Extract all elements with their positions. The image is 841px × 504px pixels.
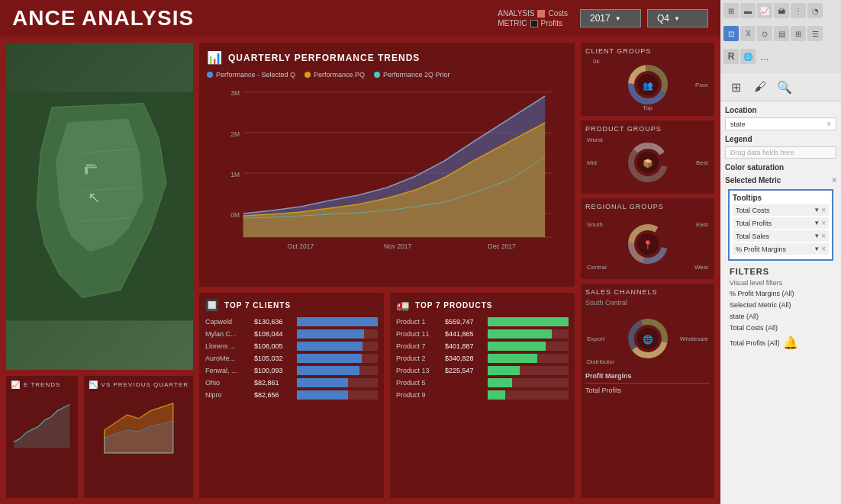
year-dropdown-arrow: ▼ xyxy=(615,15,621,22)
quarterly-icon: 📊 xyxy=(207,50,222,65)
filters-section: FILTERS Visual level filters % Profit Ma… xyxy=(725,264,836,356)
icon-slicer[interactable]: ☰ xyxy=(807,26,823,41)
quarter-dropdown-arrow: ▼ xyxy=(674,15,680,22)
tool-icons-row: ⊞ 🖌 🔍 xyxy=(720,73,841,101)
tooltip-costs-x[interactable]: × xyxy=(821,206,826,214)
clients-title: TOP 7 CLIENTS xyxy=(224,301,291,310)
icon-card[interactable]: ▤ xyxy=(774,26,789,41)
legend-yellow-label: Performance PQ xyxy=(314,71,365,79)
quarterly-legend: Performance - Selected Q Performance PQ … xyxy=(207,71,567,79)
icon-bar[interactable]: ▬ xyxy=(740,3,756,18)
icon-line[interactable]: 📈 xyxy=(757,3,772,18)
selected-metric-title: Selected Metric xyxy=(725,176,781,185)
list-item: Product 11 $441,865 xyxy=(396,329,569,339)
icon-funnel[interactable]: ⧖ xyxy=(740,26,756,41)
format-icon[interactable]: 🖌 xyxy=(749,76,771,98)
regional-groups-donut: South East Central West 📍 xyxy=(585,213,710,274)
rg-label-west: West xyxy=(694,264,708,271)
location-x[interactable]: × xyxy=(826,120,831,128)
page-title: ANCE ANALYSIS xyxy=(12,6,194,30)
svg-text:1M: 1M xyxy=(230,171,240,178)
vs-label: VS PREVIOUS QUARTER xyxy=(102,381,188,388)
filter-profit-margins[interactable]: % Profit Margins (All) xyxy=(730,289,832,298)
svg-text:📍: 📍 xyxy=(643,239,653,250)
tooltip-costs-arrow[interactable]: ▼ xyxy=(814,207,820,213)
location-title: Location xyxy=(725,106,836,114)
rg-label-east: East xyxy=(696,221,708,228)
color-sat-section: Color saturation xyxy=(725,163,836,172)
location-section: Location state × xyxy=(725,106,836,130)
icon-gauge[interactable]: ⊙ xyxy=(757,26,772,41)
tooltip-profits-arrow[interactable]: ▼ xyxy=(814,220,820,226)
year-dropdown[interactable]: 2017 ▼ xyxy=(580,9,641,27)
filter-selected-metric[interactable]: Selected Metric (All) xyxy=(730,300,832,310)
location-value-tag[interactable]: state × xyxy=(725,117,836,130)
list-item: Ohio $82,861 xyxy=(205,378,378,387)
tooltip-margin-x[interactable]: × xyxy=(821,245,826,253)
fields-icon[interactable]: ⊞ xyxy=(725,76,746,98)
sales-channels-donut: Export Wholesale Distributor 🌐 xyxy=(585,308,710,369)
svg-text:👥: 👥 xyxy=(643,80,653,91)
quarter-value: Q4 xyxy=(657,13,669,24)
trends-icon: 📈 xyxy=(11,380,21,389)
quarterly-chart: 3M 2M 1M 0M Oct 2017 Nov 2017 Dec 2017 xyxy=(207,85,567,252)
list-item: Product 13 $225,547 xyxy=(396,366,569,375)
icon-map[interactable]: ⊡ xyxy=(723,26,739,41)
icon-table[interactable]: ⊞ xyxy=(723,3,739,18)
sales-channels-panel: SALES CHANNELS South Central Export Whol… xyxy=(581,284,714,498)
pg-label-worst: Worst xyxy=(587,136,603,143)
tooltip-row-sales: Total Sales ▼ × xyxy=(733,230,829,242)
icon-globe[interactable]: 🌐 xyxy=(740,49,756,64)
clients-icon: 🔲 xyxy=(205,299,218,311)
regional-groups-panel: REGIONAL GROUPS South East Central West … xyxy=(581,198,714,279)
list-item: Product 1 $559,747 xyxy=(396,317,569,326)
list-item: Llorens ... $106,005 xyxy=(205,342,378,351)
filter-total-profits[interactable]: Total Profits (All) 🔔 xyxy=(730,335,832,351)
year-value: 2017 xyxy=(590,13,611,24)
icon-pie[interactable]: ◔ xyxy=(807,3,823,18)
icon-area[interactable]: 🏔 xyxy=(774,3,789,18)
header-controls: ANALYSIS Costs METRIC Profits 2017 ▼ Q4 xyxy=(498,9,708,27)
filter-state[interactable]: state (All) xyxy=(730,312,832,321)
legend-blue-dot xyxy=(207,72,213,78)
product-groups-panel: PRODUCT GROUPS Worst Mid Best 📦 xyxy=(581,120,714,194)
svg-text:📦: 📦 xyxy=(643,158,653,169)
list-item: Nipro $82,656 xyxy=(205,390,378,400)
sales-channels-title: SALES CHANNELS xyxy=(585,288,710,296)
tooltip-row-profits: Total Profits ▼ × xyxy=(733,217,829,229)
tooltips-section: Tooltips Total Costs ▼ × Total Profits ▼… xyxy=(728,189,833,261)
trends-label: E TRENDS xyxy=(24,381,60,388)
svg-text:Oct 2017: Oct 2017 xyxy=(288,242,314,250)
list-item: Capweld $130,636 xyxy=(205,317,378,326)
tooltip-margin-arrow[interactable]: ▼ xyxy=(814,246,820,252)
client-groups-panel: CLIENT GROUPS 0k Poor Top 👥 xyxy=(581,43,714,116)
selected-metric-x[interactable]: × xyxy=(832,176,836,185)
metric-label: METRIC xyxy=(498,19,527,27)
svg-text:2M: 2M xyxy=(230,130,240,138)
icon-r[interactable]: R xyxy=(723,49,739,64)
fields-panel: Location state × Legend Drag data fields… xyxy=(720,101,841,504)
filters-title: FILTERS xyxy=(730,267,832,276)
cg-label-poor: Poor xyxy=(695,82,708,88)
sidebar-icon-grid: ⊞ ▬ 📈 🏔 ⋮ ◔ ⊡ ⧖ ⊙ ▤ ⊞ ☰ R 🌐 ... xyxy=(720,0,841,73)
profit-margins-label: Profit Margins xyxy=(585,372,710,380)
tooltip-sales-arrow[interactable]: ▼ xyxy=(814,233,820,239)
rg-label-south: South xyxy=(587,221,603,228)
map-panel[interactable]: ↖ xyxy=(6,43,193,370)
profits-dot xyxy=(530,20,538,27)
legend-placeholder[interactable]: Drag data fields here xyxy=(725,146,836,159)
south-central-label: South Central xyxy=(585,299,710,307)
pg-label-mid: Mid xyxy=(587,159,597,166)
quarter-dropdown[interactable]: Q4 ▼ xyxy=(647,9,708,27)
icon-kpi[interactable]: ⊞ xyxy=(791,26,806,41)
clients-list: Capweld $130,636 Mylan C... $108,044 Llo… xyxy=(205,317,378,400)
quarterly-title: QUARTERLY PERFORMANCE TRENDS xyxy=(228,53,420,63)
filter-total-costs[interactable]: Total Costs (All) xyxy=(730,323,832,332)
icon-scatter[interactable]: ⋮ xyxy=(791,3,806,18)
more-icons-dots: ... xyxy=(757,49,772,70)
tooltip-sales-x[interactable]: × xyxy=(821,232,826,240)
tooltip-total-sales: Total Sales xyxy=(736,233,769,240)
tooltip-profits-x[interactable]: × xyxy=(821,219,826,227)
svg-text:3M: 3M xyxy=(230,89,240,97)
analytics-icon[interactable]: 🔍 xyxy=(774,76,795,98)
